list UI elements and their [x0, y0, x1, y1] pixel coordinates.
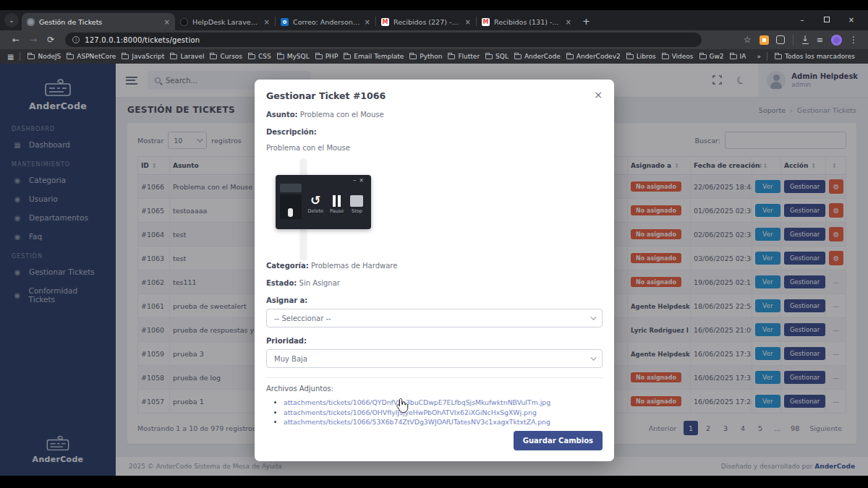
bookmark-label: Laravel [180, 53, 204, 60]
tab-label: Correo: Anderson Bastidas - O... [293, 18, 360, 26]
bookmark-label: SQL [495, 53, 509, 60]
bookmark-item[interactable]: PHP [315, 53, 339, 60]
bookmark-label: PHP [326, 53, 339, 60]
reading-list-icon[interactable]: ≡ [817, 35, 823, 45]
attachment-image[interactable]: –× ↺Delete Pause Stop [276, 175, 371, 229]
menu-kebab-icon[interactable]: ⋮ [849, 35, 858, 45]
folder-icon [344, 54, 351, 59]
browser-tab[interactable]: MRecibidos (131) - andercode87...× [477, 13, 576, 30]
site-info-icon[interactable]: i [72, 36, 80, 43]
chevron-down-icon [590, 314, 596, 320]
gmail-favicon: M [381, 18, 389, 26]
folder-icon [514, 54, 522, 59]
bookmark-item[interactable]: Email Template [344, 53, 404, 60]
attachment-link[interactable]: attachments/tickets/1066/53X6b74ZtVDg3WJ… [284, 418, 550, 426]
folder-icon [626, 54, 634, 59]
browser-tab[interactable]: oCorreo: Anderson Bastidas - O...× [276, 13, 375, 30]
maximize-button[interactable] [814, 10, 839, 30]
tab-close-icon[interactable]: × [465, 18, 471, 26]
bookmark-item[interactable]: Flutter [448, 53, 480, 60]
bookmark-item[interactable]: Libros [626, 53, 656, 60]
bookmark-item[interactable]: AnderCodev2 [566, 53, 621, 60]
bookmark-item[interactable]: Gw2 [699, 53, 724, 60]
attachment-link[interactable]: attachments/tickets/1066/OHVfIyIJsjyeHwP… [284, 408, 537, 416]
bookmark-label: Email Template [354, 53, 404, 60]
browser-tab[interactable]: HelpDesk Laravel - Dashboard× [175, 13, 275, 30]
minimize-button[interactable]: – [790, 10, 814, 30]
bookmark-item[interactable]: ASPNetCore [67, 53, 116, 60]
bookmark-label: AnderCode [524, 53, 561, 60]
folder-icon [210, 54, 217, 59]
folder-icon [566, 54, 574, 59]
reload-icon[interactable]: ⟳ [47, 35, 54, 45]
extension-icon[interactable] [760, 35, 769, 45]
extension-icon[interactable] [776, 35, 785, 44]
bookmark-label: MySQL [287, 53, 310, 60]
folder-icon [775, 54, 782, 59]
tab-close-icon[interactable]: × [264, 18, 270, 26]
tab-search-button[interactable]: ⌄ [4, 13, 19, 27]
guardar-cambios-button[interactable]: Guardar Cambios [514, 431, 603, 450]
asignar-select[interactable]: -- Seleccionar -- [266, 309, 603, 328]
folder-icon [448, 54, 455, 59]
window-controls: – × [790, 10, 864, 30]
bookmark-label: Libros [637, 53, 656, 60]
tab-close-icon[interactable]: × [164, 18, 170, 26]
forward-icon[interactable]: → [30, 35, 37, 45]
asunto-line: Asunto: Problema con el Mouse [266, 111, 603, 119]
bookmark-item[interactable]: JavaScript [122, 53, 164, 60]
downloads-icon[interactable]: ↓ [802, 35, 809, 44]
bookmark-item[interactable]: Laravel [170, 53, 204, 60]
close-window-button[interactable]: × [839, 10, 864, 30]
image-window-controls: –× [353, 177, 367, 184]
divider [266, 377, 603, 378]
bookmark-star-icon[interactable]: ☆ [744, 35, 752, 45]
outlook-favicon: o [281, 18, 289, 26]
browser-tab[interactable]: MRecibidos (227) - davisanderso...× [376, 13, 476, 30]
bookmark-label: IA [740, 53, 746, 60]
dark-favicon [180, 18, 188, 26]
bookmark-label: Python [420, 53, 442, 60]
new-tab-button[interactable]: + [582, 16, 590, 27]
attachment-item: attachments/tickets/1066/OHVfIyIJsjyeHwP… [284, 408, 603, 418]
adjuntos-label: Archivos Adjuntos: [266, 385, 603, 393]
bookmark-label: JavaScript [132, 53, 164, 60]
bookmark-item[interactable]: CSS [248, 53, 271, 60]
image-detail [280, 184, 302, 192]
bookmark-item[interactable]: MySQL [277, 53, 310, 60]
tab-strip: ⌄ Gestión de Tickets×HelpDesk Laravel - … [0, 10, 868, 30]
prioridad-label: Prioridad: [266, 337, 603, 345]
browser-tab[interactable]: Gestión de Tickets× [22, 13, 175, 30]
bookmarks-overflow-chevron[interactable]: » [757, 53, 761, 60]
bookmarks-bar: ▦ NodeJSASPNetCoreJavaScriptLaravelCurso… [0, 49, 868, 64]
all-bookmarks-item[interactable]: Todos los marcadores [775, 53, 855, 60]
bookmark-label: NodeJS [38, 53, 61, 60]
bookmark-item[interactable]: Cursos [210, 53, 242, 60]
bookmark-item[interactable]: SQL [485, 53, 509, 60]
attachment-link[interactable]: attachments/tickets/1066/QYDnfVFo3buCDwp… [284, 398, 550, 406]
stop-icon [350, 195, 363, 207]
address-bar: ← → ⟳ i 127.0.0.1:8000/tickets/gestion ☆… [0, 30, 868, 49]
bookmark-label: Cursos [220, 53, 242, 60]
bookmark-item[interactable]: Videos [662, 53, 694, 60]
folder-icon [662, 54, 669, 59]
bookmark-item[interactable]: AnderCode [514, 53, 561, 60]
apps-grid-icon[interactable]: ▦ [7, 53, 14, 61]
bookmark-item[interactable]: NodeJS [27, 53, 61, 60]
tab-label: Gestión de Tickets [39, 18, 160, 26]
modal-close-icon[interactable]: × [594, 90, 603, 99]
folder-icon [277, 54, 284, 59]
tab-close-icon[interactable]: × [566, 18, 571, 26]
folder-icon [730, 54, 737, 59]
back-icon[interactable]: ← [12, 35, 20, 45]
tab-close-icon[interactable]: × [365, 18, 370, 26]
chevron-down-icon [590, 354, 596, 360]
bookmark-item[interactable]: IA [730, 53, 746, 60]
tab-label: Recibidos (131) - andercode87... [494, 18, 561, 26]
profile-avatar[interactable] [831, 35, 842, 46]
bookmark-label: Flutter [458, 53, 480, 60]
prioridad-select[interactable]: Muy Baja [266, 349, 603, 368]
bookmark-item[interactable]: Python [409, 53, 442, 60]
url-field[interactable]: i 127.0.0.1:8000/tickets/gestion [65, 33, 702, 47]
bookmark-label: AnderCodev2 [576, 53, 621, 60]
